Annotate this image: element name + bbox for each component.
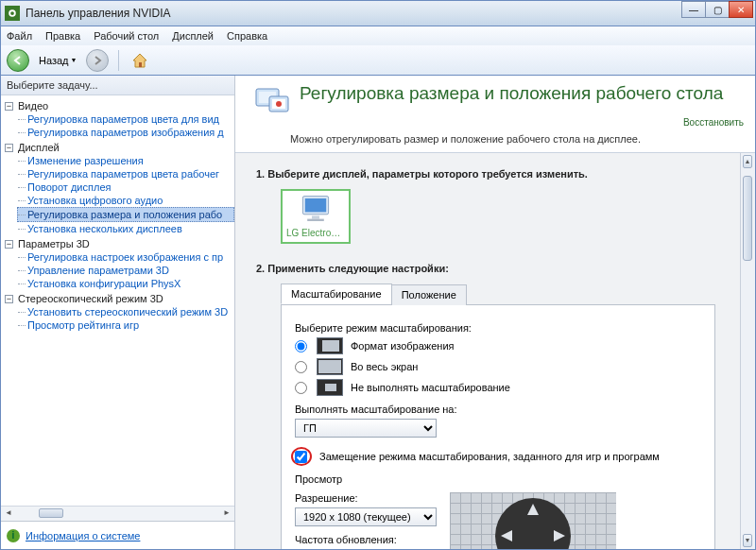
minimize-button[interactable]: — [681,1,706,18]
tree-group-label: Стереоскопический режим 3D [18,293,163,304]
radio-fullscreen[interactable] [295,361,307,373]
main-area: Выберите задачу... −ВидеоРегулировка пар… [0,76,756,550]
tree-group[interactable]: −Стереоскопический режим 3D [5,292,234,305]
refresh-label: Частота обновления: [295,534,437,545]
tab-scaling[interactable]: Масштабирование [281,284,392,304]
tree-group-label: Дисплей [18,142,60,153]
tree-group[interactable]: −Параметры 3D [5,237,234,250]
display-item[interactable]: LG Electronics... [281,189,351,244]
settings-tabs: Масштабирование Положение Выберите режим… [281,284,715,549]
tree-item[interactable]: Регулировка параметров цвета рабочег [18,167,234,180]
svg-rect-10 [312,215,319,218]
scroll-thumb[interactable] [39,508,63,518]
display-label: LG Electronics... [286,228,345,238]
heading-icon [252,83,290,121]
back-label-dropdown[interactable]: Назад ▼ [35,55,80,66]
monitor-icon [296,195,335,225]
content-scroll-thumb[interactable] [743,176,752,261]
back-button[interactable] [7,49,29,72]
menu-edit[interactable]: Правка [45,30,80,42]
expander-icon[interactable]: − [5,240,13,249]
tree-item[interactable]: Регулировка размера и положения рабо [17,207,234,222]
tree-item[interactable]: Установка цифрового аудио [18,194,234,207]
menu-help[interactable]: Справка [227,30,267,42]
close-button[interactable]: ✕ [729,1,753,18]
maximize-button[interactable]: ▢ [705,1,730,18]
perform-on-label: Выполнять масштабирование на: [295,404,701,415]
content-body: 1. Выберите дисплей, параметры которого … [235,153,740,549]
label-aspect[interactable]: Формат изображения [351,340,455,352]
label-fullscreen[interactable]: Во весь экран [351,361,418,372]
aspect-icon [317,337,343,354]
tree-item[interactable]: Управление параметрами 3D [18,264,234,277]
tree-item[interactable]: Установка конфигурации PhysX [18,277,234,290]
radio-aspect[interactable] [295,340,307,352]
toolbar: Назад ▼ [0,45,756,76]
svg-point-1 [10,11,14,15]
sidebar-scrollbar[interactable]: ◄ ► [1,506,234,521]
radio-noscaling[interactable] [295,382,307,394]
tree-group[interactable]: −Видео [5,99,234,112]
sidebar: Выберите задачу... −ВидеоРегулировка пар… [1,76,235,549]
forward-button[interactable] [86,49,109,72]
scroll-up-icon[interactable]: ▲ [743,155,752,168]
label-override[interactable]: Замещение режима масштабирования, заданн… [319,451,660,462]
resolution-label: Разрешение: [295,492,437,504]
expander-icon[interactable]: − [5,102,13,111]
fullscreen-icon [317,358,343,375]
page-subtitle: Можно отрегулировать размер и положение … [290,133,744,145]
scroll-left-icon[interactable]: ◄ [3,508,14,518]
system-info-link[interactable]: Информация о системе [26,530,140,541]
task-tree[interactable]: −ВидеоРегулировка параметров цвета для в… [1,95,234,506]
tree-item[interactable]: Регулировка настроек изображения с пр [18,250,234,264]
app-icon [5,6,20,21]
preview-label: Просмотр [295,473,701,485]
back-label: Назад [39,55,69,66]
menu-desktop[interactable]: Рабочий стол [94,30,159,42]
menu-display[interactable]: Дисплей [172,30,214,42]
tree-item[interactable]: Регулировка параметров цвета для вид [18,112,234,126]
tab-body-scaling: Выберите режим масштабирования: Формат и… [282,305,714,549]
page-title: Регулировка размера и положения рабочего… [300,83,744,104]
override-highlight [291,447,312,466]
tree-item[interactable]: Поворот дисплея [18,180,234,194]
sidebar-footer: i Информация о системе [1,521,234,549]
svg-rect-2 [139,62,142,67]
expander-icon[interactable]: − [5,144,13,152]
menu-file[interactable]: Файл [7,30,32,42]
tree-item[interactable]: Изменение разрешения [18,154,234,167]
svg-point-7 [276,101,282,107]
scaling-mode-label: Выберите режим масштабирования: [295,322,701,334]
resolution-select[interactable]: 1920 x 1080 (текущее) [295,507,437,526]
info-icon: i [7,529,20,542]
sidebar-header: Выберите задачу... [1,76,234,95]
tree-item[interactable]: Установка нескольких дисплеев [18,222,234,235]
svg-rect-9 [305,198,326,212]
window-title: Панель управления NVIDIA [26,7,171,20]
tree-group[interactable]: −Дисплей [5,141,234,154]
step1-label: 1. Выберите дисплей, параметры которого … [256,168,727,180]
tree-group-label: Видео [18,100,48,112]
tree-item[interactable]: Просмотр рейтинга игр [18,318,234,332]
window-controls: — ▢ ✕ [682,1,753,18]
tab-position[interactable]: Положение [391,284,467,305]
checkbox-override[interactable] [295,451,307,463]
separator [118,50,119,71]
scroll-right-icon[interactable]: ► [221,508,232,518]
home-button[interactable] [129,49,151,72]
menu-bar: Файл Правка Рабочий стол Дисплей Справка [0,26,756,45]
restore-defaults-link[interactable]: Восстановить [683,117,744,128]
svg-rect-11 [307,219,324,221]
label-noscaling[interactable]: Не выполнять масштабирование [351,382,510,393]
tree-item[interactable]: Установить стереоскопический режим 3D [18,305,234,318]
title-bar: Панель управления NVIDIA — ▢ ✕ [0,0,756,26]
noscaling-icon [317,379,343,396]
perform-on-select[interactable]: ГП [295,419,437,438]
step2-label: 2. Применить следующие настройки: [256,263,727,274]
tree-item[interactable]: Регулировка параметров изображения д [18,126,234,139]
content-header: Регулировка размера и положения рабочего… [235,76,755,153]
expander-icon[interactable]: − [5,295,13,303]
content-scrollbar[interactable]: ▲ ▼ [740,153,755,549]
tree-group-label: Параметры 3D [18,238,90,249]
scroll-down-icon[interactable]: ▼ [743,534,752,547]
